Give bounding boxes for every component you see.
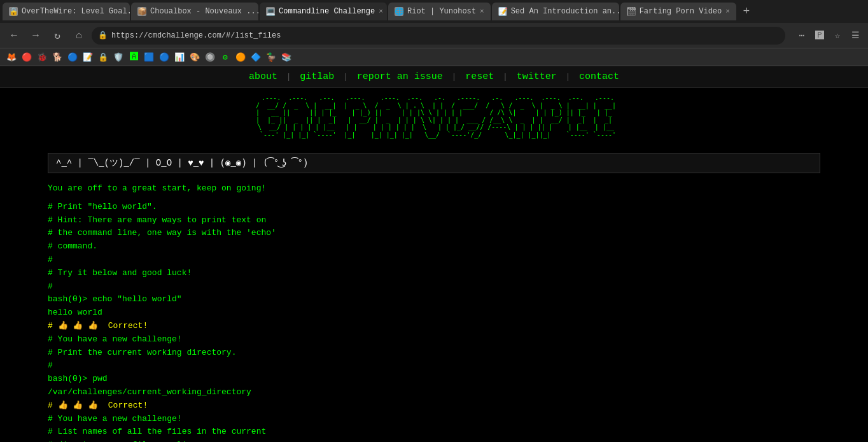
term-line-7: # You have a new challenge! bbox=[48, 333, 820, 346]
nav-sep-2: | bbox=[343, 72, 353, 82]
back-button[interactable]: ← bbox=[5, 27, 23, 45]
term-prompt-0: bash(0)> echo "hello world" bbox=[48, 293, 820, 306]
tab-label-sed: Sed An Introduction an... bbox=[511, 7, 619, 16]
nav-sep-1: | bbox=[286, 72, 297, 82]
tab-overwire[interactable]: 🔒 OverTheWire: Level Goal... × bbox=[3, 3, 130, 20]
term-line-11: # List names of all the files in the cur… bbox=[48, 425, 820, 439]
term-line-0: # Print "hello world". bbox=[48, 201, 820, 214]
term-prompt-1: bash(0)> pwd bbox=[48, 373, 820, 386]
ext-icon-11[interactable]: 📊 bbox=[173, 51, 186, 64]
ext-icon-10[interactable]: 🔵 bbox=[158, 51, 171, 64]
tab-sed[interactable]: 📝 Sed An Introduction an... × bbox=[492, 3, 619, 20]
term-line-3: # command. bbox=[48, 240, 820, 253]
ascii-header: .---. .---. .--. .---. .---. .--. .-. .-… bbox=[0, 88, 868, 150]
tab-favicon-farting: 🎬 bbox=[627, 7, 636, 16]
kaomoji-bar: ^_^ | ¯\_(ツ)_/¯ | O_O | ♥_♥ | (◉_◉) | (͡… bbox=[48, 153, 820, 173]
ext-icon-1[interactable]: 🔴 bbox=[20, 51, 33, 64]
term-output-1: /var/challenges/current_working_director… bbox=[48, 386, 820, 399]
term-line-12: # directory, one file per line. bbox=[48, 439, 820, 442]
page-content: about | gitlab | report an issue | reset… bbox=[0, 66, 868, 442]
ext-icon-15[interactable]: 🟠 bbox=[234, 51, 247, 64]
term-success-1: # 👍 👍 👍 Correct! bbox=[48, 399, 820, 413]
nav-reset[interactable]: reset bbox=[465, 71, 494, 82]
tab-favicon-overwire: 🔒 bbox=[9, 7, 18, 16]
home-button[interactable]: ⌂ bbox=[70, 27, 88, 45]
ext-icon-8[interactable]: 🅰 bbox=[127, 51, 140, 64]
nav-sep-5: | bbox=[565, 72, 575, 82]
term-line-1: # Hint: There are many ways to print tex… bbox=[48, 214, 820, 227]
ext-icon-17[interactable]: 🦆 bbox=[265, 51, 277, 64]
ext-icon-4[interactable]: 🔵 bbox=[66, 51, 79, 64]
tab-label-choualbox: Choualbox - Nouveaux ... bbox=[150, 7, 258, 16]
ext-icon-3[interactable]: 🐕 bbox=[51, 51, 64, 64]
ext-icon-7[interactable]: 🛡️ bbox=[112, 51, 125, 64]
term-line-10: # You have a new challenge! bbox=[48, 413, 820, 426]
tab-riot[interactable]: 🌐 Riot | Yunohost × bbox=[388, 3, 491, 20]
nav-sep-4: | bbox=[503, 72, 513, 82]
nav-gitlab[interactable]: gitlab bbox=[300, 71, 334, 82]
term-line-2: # the command line, one way is with the … bbox=[48, 227, 820, 240]
terminal-intro: You are off to a great start, keep on go… bbox=[48, 182, 820, 196]
term-success-0: # 👍 👍 👍 Correct! bbox=[48, 320, 820, 333]
tab-favicon-cmdchallenge: 💻 bbox=[266, 7, 275, 16]
ext-icon-6[interactable]: 🔒 bbox=[97, 51, 109, 64]
tab-close-farting[interactable]: × bbox=[725, 8, 730, 15]
nav-twitter[interactable]: twitter bbox=[517, 71, 557, 82]
toolbar-icons: ⋯ 🅿 ☆ ☰ bbox=[794, 28, 863, 43]
tab-favicon-riot: 🌐 bbox=[395, 7, 403, 16]
nav-about[interactable]: about bbox=[249, 71, 277, 82]
tab-label-overwire: OverTheWire: Level Goal... bbox=[22, 7, 130, 16]
address-text: https://cmdchallenge.com/#/list_files bbox=[111, 31, 281, 40]
tab-farting[interactable]: 🎬 Farting Porn Video × bbox=[620, 3, 736, 20]
bookmark-button[interactable]: ☆ bbox=[830, 28, 845, 43]
tab-favicon-choualbox: 📦 bbox=[137, 7, 146, 16]
term-line-8: # Print the current working directory. bbox=[48, 346, 820, 360]
forward-button[interactable]: → bbox=[27, 27, 45, 45]
address-bar-row: ← → ↻ ⌂ 🔒 https://cmdchallenge.com/#/lis… bbox=[0, 23, 868, 48]
nav-sep-3: | bbox=[452, 72, 462, 82]
nav-report[interactable]: report an issue bbox=[357, 71, 443, 82]
browser-chrome: 🔒 OverTheWire: Level Goal... × 📦 Choualb… bbox=[0, 0, 868, 442]
ext-icon-2[interactable]: 🐞 bbox=[36, 51, 48, 64]
nav-contact[interactable]: contact bbox=[579, 71, 619, 82]
ext-icon-16[interactable]: 🔷 bbox=[249, 51, 262, 64]
term-line-5: # Try it below and good luck! bbox=[48, 267, 820, 280]
tab-favicon-sed: 📝 bbox=[498, 7, 507, 16]
ext-icon-12[interactable]: 🎨 bbox=[188, 51, 201, 64]
term-line-6: # bbox=[48, 280, 820, 294]
extensions-bar: 🦊 🔴 🐞 🐕 🔵 📝 🔒 🛡️ 🅰 🟦 🔵 📊 🎨 🔘 ⚙️ 🟠 🔷 🦆 📚 bbox=[0, 48, 868, 66]
menu-button[interactable]: ☰ bbox=[848, 28, 863, 43]
reload-button[interactable]: ↻ bbox=[48, 27, 66, 45]
ext-icon-13[interactable]: 🔘 bbox=[204, 51, 216, 64]
ascii-art: .---. .---. .--. .---. .---. .--. .-. .-… bbox=[252, 94, 616, 146]
extensions-button[interactable]: ⋯ bbox=[794, 28, 809, 43]
ext-icon-5[interactable]: 📝 bbox=[81, 51, 94, 64]
ext-icon-18[interactable]: 📚 bbox=[280, 51, 293, 64]
ext-icon-9[interactable]: 🟦 bbox=[143, 51, 155, 64]
address-box[interactable]: 🔒 https://cmdchallenge.com/#/list_files bbox=[92, 27, 785, 45]
tab-close-cmdchallenge[interactable]: × bbox=[379, 8, 383, 15]
pocket-button[interactable]: 🅿 bbox=[812, 28, 827, 43]
tab-cmdchallenge[interactable]: 💻 Commandline Challenge × bbox=[260, 3, 387, 20]
new-tab-button[interactable]: + bbox=[738, 3, 755, 20]
ext-icon-14[interactable]: ⚙️ bbox=[219, 51, 232, 64]
tab-close-riot[interactable]: × bbox=[480, 8, 484, 15]
tab-bar: 🔒 OverTheWire: Level Goal... × 📦 Choualb… bbox=[0, 0, 868, 23]
term-line-9: # bbox=[48, 359, 820, 373]
ext-icon-0[interactable]: 🦊 bbox=[5, 51, 18, 64]
tab-choualbox[interactable]: 📦 Choualbox - Nouveaux ... × bbox=[131, 3, 258, 20]
tab-label-farting: Farting Porn Video bbox=[640, 7, 722, 16]
term-line-4: # bbox=[48, 253, 820, 267]
lock-icon: 🔒 bbox=[98, 31, 108, 40]
term-output-0: hello world bbox=[48, 306, 820, 320]
site-nav: about | gitlab | report an issue | reset… bbox=[0, 66, 868, 88]
terminal: You are off to a great start, keep on go… bbox=[0, 176, 868, 442]
tab-label-riot: Riot | Yunohost bbox=[407, 7, 476, 16]
tab-label-cmdchallenge: Commandline Challenge bbox=[279, 7, 375, 16]
